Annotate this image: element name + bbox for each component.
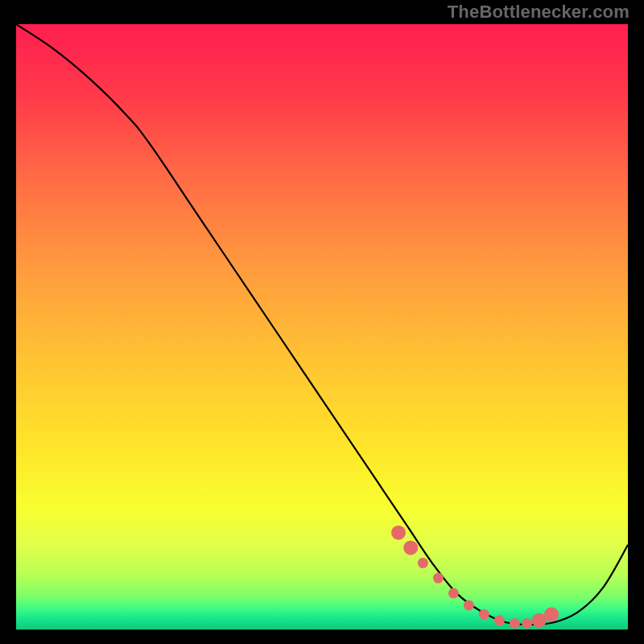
- marker-point: [479, 609, 489, 620]
- marker-point: [464, 600, 474, 610]
- marker-point: [494, 615, 505, 625]
- marker-point: [544, 607, 559, 621]
- marker-point: [510, 618, 520, 629]
- marker-point: [418, 558, 428, 568]
- gradient-background: [16, 24, 628, 630]
- marker-point: [522, 618, 532, 629]
- marker-point: [448, 588, 459, 598]
- attribution-label: TheBottlenecker.com: [448, 2, 630, 23]
- plot-area: [16, 24, 628, 630]
- chart-svg: [16, 24, 628, 630]
- marker-point: [391, 526, 406, 540]
- marker-point: [433, 573, 444, 584]
- marker-point: [403, 540, 418, 555]
- chart-container: TheBottlenecker.com: [0, 0, 644, 644]
